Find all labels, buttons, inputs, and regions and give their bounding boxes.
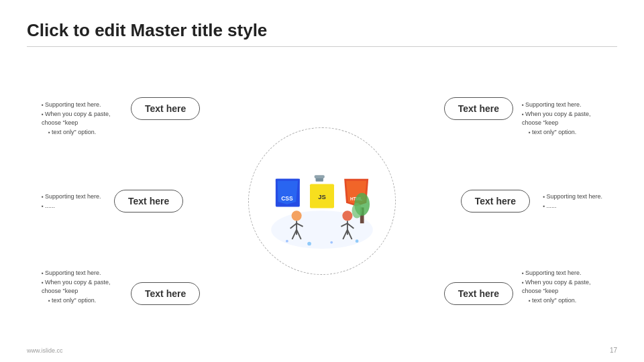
bullet-panel-top-right: Supporting text here. When you copy & pa… xyxy=(522,101,602,137)
bullet-item: text only" option. xyxy=(522,296,602,306)
bullet-panel-bottom-left: Supporting text here. When you copy & pa… xyxy=(42,269,122,305)
text-box-bottom-right[interactable]: Text here xyxy=(444,282,513,305)
tech-illustration: CSS JS HTML xyxy=(262,144,382,258)
bullet-item: text only" option. xyxy=(42,128,122,137)
svg-point-24 xyxy=(352,203,362,219)
page-number: 17 xyxy=(610,347,617,354)
bullet-item: Supporting text here. xyxy=(522,269,602,278)
svg-rect-26 xyxy=(315,175,325,178)
text-box-top-left[interactable]: Text here xyxy=(131,97,200,120)
svg-point-28 xyxy=(307,242,311,246)
bullet-item: When you copy & paste, choose "keep xyxy=(42,110,122,128)
svg-point-30 xyxy=(356,239,359,243)
bullet-item: When you copy & paste, choose "keep xyxy=(42,278,122,296)
bullet-item: text only" option. xyxy=(42,296,122,306)
bullet-item: Supporting text here. xyxy=(543,192,602,202)
svg-point-29 xyxy=(330,241,333,244)
svg-point-16 xyxy=(342,210,352,221)
text-box-middle-left[interactable]: Text here xyxy=(114,190,183,213)
bullet-item: When you copy & paste, choose "keep xyxy=(522,278,602,296)
bullet-panel-middle-right: Supporting text here. ...... xyxy=(543,192,602,210)
text-box-middle-right[interactable]: Text here xyxy=(461,190,530,213)
content-area: CSS JS HTML xyxy=(27,60,617,342)
footer-website: www.islide.cc xyxy=(27,347,63,354)
text-box-bottom-left[interactable]: Text here xyxy=(131,282,200,305)
bullet-item: Supporting text here. xyxy=(42,192,101,202)
bullet-item: text only" option. xyxy=(522,128,602,137)
bullet-panel-middle-left: Supporting text here. ...... xyxy=(42,192,101,210)
text-box-top-right[interactable]: Text here xyxy=(444,97,513,120)
bullet-item: ...... xyxy=(42,201,101,210)
circle-diagram: CSS JS HTML xyxy=(248,127,396,275)
bullet-item: ...... xyxy=(543,201,602,210)
bullet-panel-top-left: Supporting text here. When you copy & pa… xyxy=(42,101,122,137)
bullet-item: Supporting text here. xyxy=(42,101,122,110)
bullet-item: When you copy & paste, choose "keep xyxy=(522,110,602,128)
svg-point-10 xyxy=(292,210,302,221)
bullet-panel-bottom-right: Supporting text here. When you copy & pa… xyxy=(522,269,602,305)
bullet-item: Supporting text here. xyxy=(42,269,122,278)
svg-point-27 xyxy=(286,240,288,243)
bullet-item: Supporting text here. xyxy=(522,101,602,110)
slide: Click to edit Master title style CSS xyxy=(0,0,644,362)
slide-title: Click to edit Master title style xyxy=(27,20,617,41)
title-section: Click to edit Master title style xyxy=(27,20,617,47)
center-illustration: CSS JS HTML xyxy=(262,147,382,255)
svg-text:JS: JS xyxy=(318,193,326,200)
svg-text:CSS: CSS xyxy=(281,195,293,202)
